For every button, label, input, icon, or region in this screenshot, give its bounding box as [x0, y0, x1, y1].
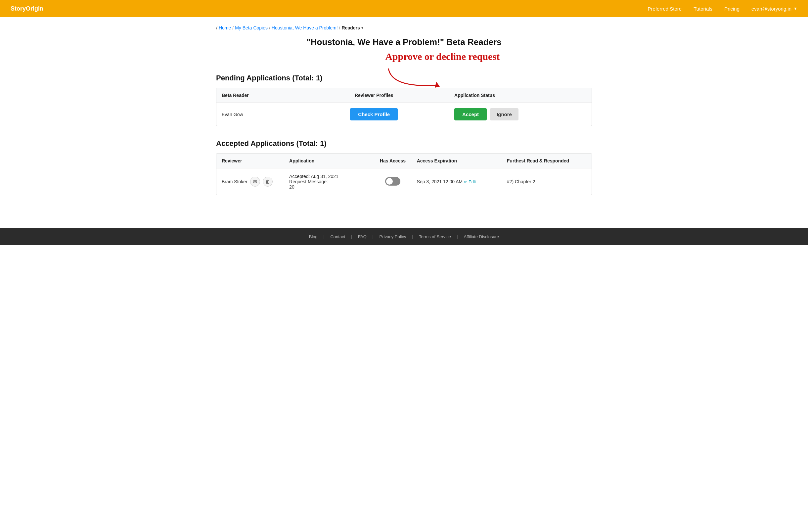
accepted-access-expiration-cell: Sep 3, 2021 12:00 AM ✏ Edit: [411, 168, 502, 195]
footer-contact[interactable]: Contact: [330, 234, 345, 239]
application-line1: Accepted: Aug 31, 2021: [289, 174, 369, 179]
col-header-beta-reader: Beta Reader: [216, 88, 299, 103]
col-header-access-expiration: Access Expiration: [411, 153, 502, 168]
pending-table-container: Beta Reader Reviewer Profiles Applicatio…: [216, 88, 592, 126]
check-profile-button[interactable]: Check Profile: [350, 108, 398, 121]
pending-section: Approve or decline request Pending Appli…: [216, 74, 592, 126]
main-nav: Preferred Store Tutorials Pricing evan@s…: [648, 6, 797, 12]
accept-button[interactable]: Accept: [454, 108, 487, 121]
footer-blog[interactable]: Blog: [309, 234, 318, 239]
accepted-table-header-row: Reviewer Application Has Access Access E…: [216, 153, 592, 168]
col-header-application-status: Application Status: [449, 88, 592, 103]
reviewer-cell-content: Bram Stoker ✉ 🗑: [222, 177, 279, 187]
breadcrumb-sep-start: /: [216, 25, 217, 31]
brand-logo[interactable]: StoryOrigin: [11, 5, 43, 12]
breadcrumb-book-title[interactable]: Houstonia, We Have a Problem!: [272, 25, 338, 31]
col-header-reviewer-profiles: Reviewer Profiles: [299, 88, 449, 103]
ignore-button[interactable]: Ignore: [490, 108, 518, 121]
pending-section-header: Pending Applications (Total: 1): [216, 74, 592, 82]
application-text: Accepted: Aug 31, 2021 Request Message: …: [289, 174, 369, 189]
pending-reviewer-profiles-cell: Check Profile: [299, 103, 449, 126]
pending-application-status-cell: Accept Ignore: [449, 103, 592, 126]
annotation-text: Approve or decline request: [385, 51, 500, 62]
toggle-slider: [385, 177, 400, 186]
action-buttons: Accept Ignore: [454, 108, 586, 121]
accepted-has-access-cell: [374, 168, 411, 195]
footer-affiliate-disclosure[interactable]: Affiliate Disclosure: [464, 234, 499, 239]
breadcrumb-my-beta-copies[interactable]: My Beta Copies: [235, 25, 268, 31]
pending-beta-reader-name: Evan Gow: [216, 103, 299, 126]
site-header: StoryOrigin Preferred Store Tutorials Pr…: [0, 0, 808, 17]
breadcrumb-home[interactable]: Home: [219, 25, 231, 31]
application-line2: Request Message:: [289, 179, 369, 184]
svg-marker-0: [435, 82, 440, 88]
pending-table-row: Evan Gow Check Profile Accept Ignore: [216, 103, 592, 126]
accepted-table: Reviewer Application Has Access Access E…: [216, 153, 592, 195]
footer-terms-of-service[interactable]: Terms of Service: [419, 234, 451, 239]
main-content: / Home / My Beta Copies / Houstonia, We …: [205, 17, 603, 228]
annotation-callout: Approve or decline request: [385, 51, 592, 93]
accepted-application-cell: Accepted: Aug 31, 2021 Request Message: …: [284, 168, 374, 195]
application-line3: 20: [289, 184, 369, 189]
edit-pencil-icon: ✏: [464, 180, 467, 184]
has-access-toggle[interactable]: [385, 177, 400, 186]
chevron-down-icon: ▼: [793, 6, 797, 11]
breadcrumb-current: Readers: [342, 25, 360, 31]
col-header-application: Application: [284, 153, 374, 168]
pending-table-header-row: Beta Reader Reviewer Profiles Applicatio…: [216, 88, 592, 103]
accepted-furthest-read-cell: #2) Chapter 2: [502, 168, 592, 195]
col-header-reviewer: Reviewer: [216, 153, 284, 168]
accepted-table-row: Bram Stoker ✉ 🗑 Accepted: Aug 31, 2021 R…: [216, 168, 592, 195]
delete-icon-button[interactable]: 🗑: [263, 177, 273, 187]
nav-pricing[interactable]: Pricing: [724, 6, 739, 12]
footer-faq[interactable]: FAQ: [358, 234, 367, 239]
user-email: evan@storyorig.in: [751, 6, 791, 12]
footer-privacy-policy[interactable]: Privacy Policy: [380, 234, 406, 239]
email-icon-button[interactable]: ✉: [250, 177, 260, 187]
nav-preferred-store[interactable]: Preferred Store: [648, 6, 682, 12]
user-menu[interactable]: evan@storyorig.in ▼: [751, 6, 797, 12]
breadcrumb-dropdown-icon[interactable]: ▾: [361, 25, 363, 30]
nav-tutorials[interactable]: Tutorials: [694, 6, 712, 12]
accepted-section: Accepted Applications (Total: 1) Reviewe…: [216, 139, 592, 195]
accepted-section-header: Accepted Applications (Total: 1): [216, 139, 592, 148]
accepted-reviewer-cell: Bram Stoker ✉ 🗑: [216, 168, 284, 195]
accepted-table-container: Reviewer Application Has Access Access E…: [216, 153, 592, 195]
breadcrumb: / Home / My Beta Copies / Houstonia, We …: [216, 25, 592, 31]
edit-link[interactable]: Edit: [469, 179, 476, 184]
col-header-has-access: Has Access: [374, 153, 411, 168]
page-title: "Houstonia, We Have a Problem!" Beta Rea…: [216, 37, 592, 47]
site-footer: Blog | Contact | FAQ | Privacy Policy | …: [0, 228, 808, 245]
access-expiration-date: Sep 3, 2021 12:00 AM: [417, 179, 463, 184]
accepted-reviewer-name: Bram Stoker: [222, 179, 247, 184]
pending-table: Beta Reader Reviewer Profiles Applicatio…: [216, 88, 592, 126]
col-header-furthest-read: Furthest Read & Responded: [502, 153, 592, 168]
